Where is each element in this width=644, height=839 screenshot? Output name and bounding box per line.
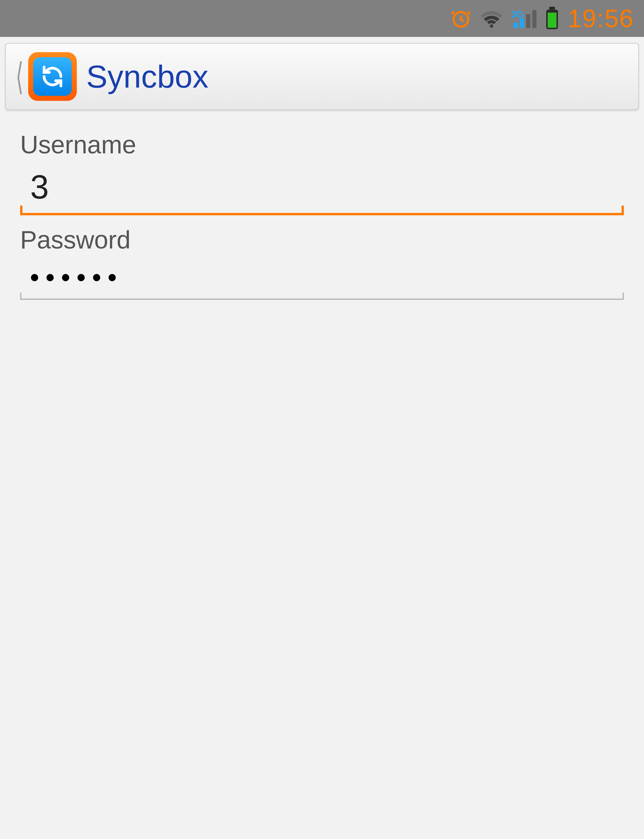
svg-rect-2 — [513, 23, 518, 28]
alarm-icon — [450, 8, 472, 30]
status-bar: 3G 19:56 — [0, 0, 644, 37]
svg-rect-8 — [547, 13, 557, 28]
username-field-wrap[interactable] — [20, 163, 624, 215]
username-label: Username — [20, 130, 624, 159]
login-form: Username Password — [0, 110, 644, 300]
back-icon[interactable]: ⟨ — [16, 58, 23, 95]
sync-icon — [33, 57, 72, 96]
status-time: 19:56 — [568, 4, 634, 33]
svg-rect-6 — [549, 7, 555, 10]
password-field-wrap[interactable] — [20, 258, 624, 300]
battery-icon — [545, 7, 560, 30]
app-icon[interactable] — [28, 52, 77, 101]
svg-text:3G: 3G — [511, 9, 524, 20]
3g-signal-icon: 3G — [511, 8, 537, 30]
app-bar: ⟨ Syncbox — [5, 43, 639, 110]
wifi-icon — [480, 8, 503, 30]
svg-rect-4 — [526, 14, 530, 28]
svg-rect-3 — [520, 18, 524, 28]
app-title: Syncbox — [86, 58, 209, 95]
username-input[interactable] — [30, 168, 614, 206]
password-input[interactable] — [30, 263, 614, 292]
svg-rect-5 — [532, 10, 537, 28]
password-label: Password — [20, 225, 624, 254]
